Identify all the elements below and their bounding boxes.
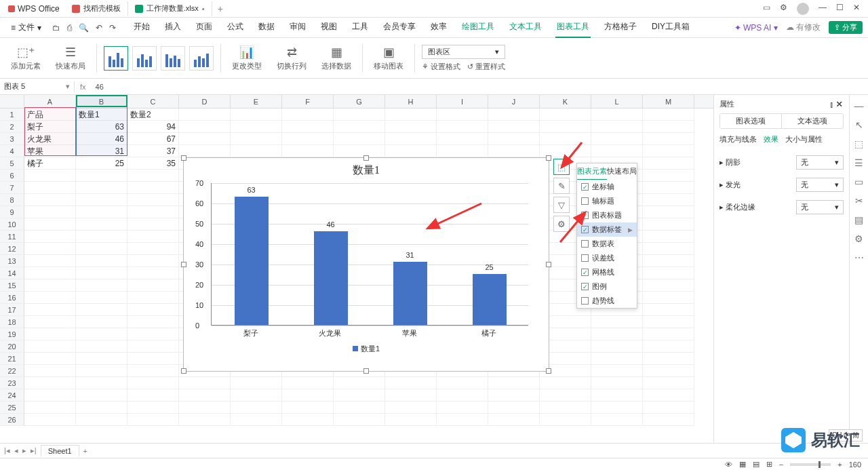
ribbon-tab[interactable]: 会员专享 [382,17,417,38]
view-normal-icon[interactable]: ▦ [739,460,746,469]
cell[interactable] [127,194,179,206]
column-header[interactable]: C [127,95,179,108]
column-header[interactable]: A [24,95,76,108]
new-tab-button[interactable]: + [212,3,229,14]
undo-icon[interactable]: ↶ [96,23,102,33]
cell[interactable] [385,414,437,426]
cell[interactable] [643,231,694,243]
cell[interactable] [127,206,179,218]
cell[interactable] [76,279,127,292]
cell[interactable] [643,340,694,353]
cell[interactable] [282,121,334,133]
sheet-tab[interactable]: Sheet1 [41,445,79,456]
cell[interactable] [282,109,334,121]
cell[interactable] [76,414,127,426]
minimize-icon[interactable]: — [818,3,827,15]
cell[interactable] [231,414,282,426]
row-header[interactable]: 17 [0,304,24,316]
cell[interactable] [591,316,643,328]
file-menu[interactable]: ≡ 文件 ▾ [5,22,47,33]
cell[interactable] [643,133,694,145]
ribbon-tab[interactable]: 文本工具 [508,17,543,38]
spreadsheet-grid[interactable]: ABCDEFGHIJKLM 1产品数量1数量22梨子63943火龙果46674苹… [0,95,713,443]
cell[interactable] [385,389,437,402]
cell[interactable] [127,255,179,267]
chart-element-option[interactable]: ✓网格线 [577,265,637,279]
cell[interactable] [179,121,231,133]
cell[interactable] [24,267,76,279]
ribbon-tab[interactable]: 绘图工具 [460,17,496,38]
cell[interactable] [24,304,76,316]
fx-icon[interactable]: fx [75,83,92,91]
cell[interactable] [179,377,231,389]
cell[interactable] [643,157,694,170]
cell[interactable]: 37 [127,145,179,157]
sheet-nav-next[interactable]: ▸ [22,446,26,455]
cell[interactable] [643,121,694,133]
cell[interactable] [24,414,76,426]
avatar[interactable] [797,3,809,15]
sheet-nav-prev[interactable]: ◂ [14,446,18,455]
cell[interactable] [282,145,334,157]
cell[interactable] [179,109,231,121]
ribbon-tab[interactable]: 公式 [226,17,245,38]
cell[interactable] [437,133,488,145]
formula-input[interactable]: 46 [92,83,108,91]
cell[interactable] [127,389,179,402]
cell[interactable] [179,402,231,414]
ribbon-tab[interactable]: 视图 [319,17,338,38]
prop-label[interactable]: ▸ 阴影 [719,157,741,168]
row-header[interactable]: 16 [0,292,24,304]
cell[interactable] [24,194,76,206]
chart-legend[interactable]: 数量1 [184,344,549,354]
cell[interactable] [76,218,127,231]
cell[interactable] [24,389,76,402]
cell[interactable] [127,243,179,255]
chart-styles-button[interactable]: ✎ [553,178,570,194]
maximize-icon[interactable]: ☐ [836,3,844,15]
cell[interactable] [76,353,127,365]
add-sheet-button[interactable]: + [83,447,87,455]
cell[interactable] [24,340,76,353]
popup-tab-layout[interactable]: 快速布局 [607,163,637,180]
row-header[interactable]: 3 [0,133,24,145]
row-header[interactable]: 19 [0,328,24,340]
cell[interactable] [76,304,127,316]
cell[interactable] [24,328,76,340]
cell[interactable] [437,414,488,426]
layout-icon[interactable]: ▭ [763,3,770,15]
cell[interactable] [179,389,231,402]
cell[interactable] [488,133,540,145]
select-data-button[interactable]: ▦选择数据 [317,45,355,71]
cell[interactable] [643,243,694,255]
cell[interactable] [437,402,488,414]
add-element-button[interactable]: ⬚⁺添加元素 [7,45,45,71]
cell[interactable] [282,402,334,414]
prop-dropdown[interactable]: 无▾ [796,178,844,192]
cell[interactable]: 94 [127,121,179,133]
cell[interactable] [231,145,282,157]
chart-element-option[interactable]: 趋势线 [577,294,637,308]
cell[interactable] [24,182,76,194]
cell[interactable] [76,255,127,267]
row-header[interactable]: 2 [0,121,24,133]
set-format-button[interactable]: ⚘ 设置格式 [422,62,460,72]
ribbon-tab[interactable]: 审阅 [288,17,307,38]
cell[interactable] [540,109,591,121]
cell[interactable] [540,377,591,389]
cell[interactable] [179,414,231,426]
cell[interactable]: 67 [127,133,179,145]
ribbon-tab[interactable]: 插入 [163,17,182,38]
cell[interactable] [643,377,694,389]
cell[interactable] [24,255,76,267]
row-header[interactable]: 1 [0,109,24,121]
cell[interactable] [24,365,76,377]
cell[interactable] [76,206,127,218]
cell[interactable] [76,182,127,194]
column-header[interactable]: F [282,95,334,108]
row-header[interactable]: 6 [0,170,24,182]
cell[interactable]: 数量2 [127,109,179,121]
cell[interactable] [385,377,437,389]
row-header[interactable]: 25 [0,402,24,414]
cell[interactable] [540,414,591,426]
